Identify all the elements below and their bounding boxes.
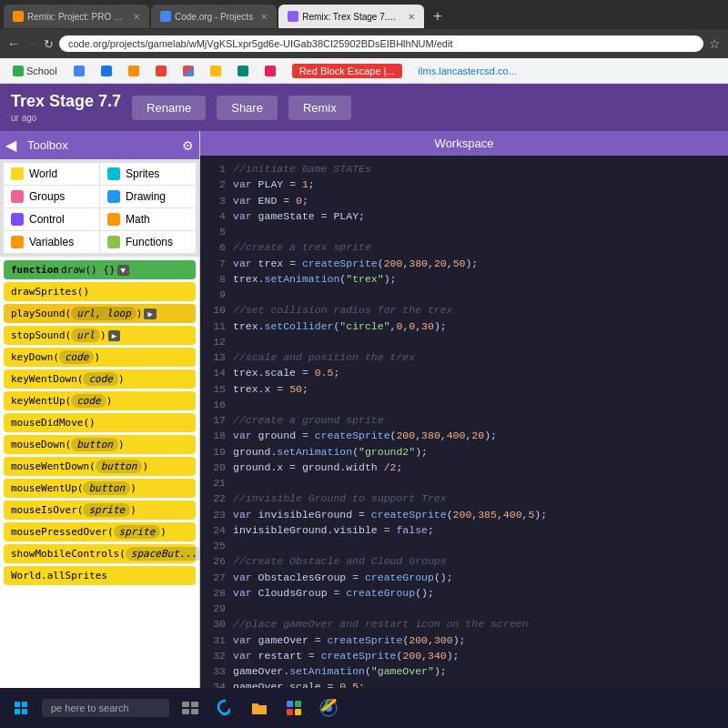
block-stop-sound[interactable]: stopSound(url) ▶ <box>4 326 196 345</box>
world-dot <box>11 167 24 180</box>
code-text-2: var PLAY = 1; <box>233 177 721 192</box>
tab-3[interactable]: Remix: Trex Stage 7.7 - Game Lab ✕ <box>278 5 424 28</box>
block-draw-sprites[interactable]: drawSprites() <box>4 282 196 301</box>
rename-button[interactable]: Rename <box>132 96 206 120</box>
block-function-draw[interactable]: function draw() {} ▼ <box>4 260 196 279</box>
bookmark-9-icon <box>265 66 276 76</box>
taskbar-search-placeholder: pe here to search <box>51 703 129 713</box>
tab-2-close[interactable]: ✕ <box>260 12 268 22</box>
code-line-23: 23 var invisibleGround = createSprite(20… <box>207 507 721 522</box>
block-play-sound[interactable]: playSound(url, loop) ▶ <box>4 304 196 323</box>
remix-button[interactable]: Remix <box>288 96 351 120</box>
bookmark-2[interactable] <box>68 64 90 78</box>
code-text-12 <box>233 334 721 349</box>
line-num-20: 20 <box>207 460 226 475</box>
svg-rect-9 <box>295 701 301 707</box>
share-button[interactable]: Share <box>217 96 278 120</box>
code-line-20: 20 ground.x = ground.width /2; <box>207 460 721 475</box>
category-groups[interactable]: Groups <box>4 186 99 207</box>
task-view-button[interactable] <box>177 694 204 722</box>
svg-rect-1 <box>22 702 27 707</box>
bookmark-5[interactable] <box>150 64 172 78</box>
toolbox-back-button[interactable]: ◀ <box>5 136 16 154</box>
reload-button[interactable]: ↻ <box>44 37 54 51</box>
tab-1[interactable]: Remix: Project: PRO C16 - Game... ✕ <box>4 5 149 28</box>
svg-rect-7 <box>191 709 198 714</box>
edge-browser-icon[interactable] <box>211 694 238 722</box>
block-mouse-went-up[interactable]: mouseWentUp(button) <box>4 479 196 498</box>
bookmark-3[interactable] <box>96 64 117 78</box>
block-collapse-icon[interactable]: ▼ <box>117 265 129 276</box>
block-key-down[interactable]: keyDown(code) <box>4 348 196 367</box>
forward-button[interactable]: → <box>25 36 38 51</box>
bookmark-4-icon <box>128 66 139 76</box>
bookmark-7[interactable] <box>205 64 227 78</box>
code-text-6: //create a trex sprite <box>233 239 721 255</box>
line-num-3: 3 <box>207 193 226 208</box>
back-button[interactable]: ← <box>7 36 20 51</box>
category-functions[interactable]: Functions <box>100 231 196 253</box>
code-text-20: ground.x = ground.width /2; <box>233 460 721 475</box>
block-world-all-sprites-label: World.allSprites <box>11 570 107 581</box>
store-icon[interactable] <box>280 694 308 722</box>
block-show-mobile-label: showMobileControls(spaceBut...) <box>11 548 199 560</box>
bookmark-4[interactable] <box>123 64 145 78</box>
bookmark-9[interactable] <box>259 64 281 78</box>
taskbar-search-box[interactable]: pe here to search <box>42 699 169 717</box>
category-variables[interactable]: Variables <box>4 231 99 253</box>
code-line-3: 3 var END = 0; <box>207 193 721 208</box>
block-mouse-pressed-over-label: mousePressedOver(sprite) <box>11 526 167 538</box>
block-key-went-down[interactable]: keyWentDown(code) <box>4 369 196 389</box>
block-stop-sound-arrow[interactable]: ▶ <box>108 330 120 341</box>
gear-icon[interactable]: ⚙ <box>182 138 194 153</box>
bookmark-star[interactable]: ☆ <box>709 36 721 51</box>
category-sprites[interactable]: Sprites <box>100 163 196 185</box>
tab-2[interactable]: Code.org - Projects ✕ <box>151 5 277 28</box>
block-mouse-went-down[interactable]: mouseWentDown(button) <box>4 457 196 476</box>
block-key-went-up[interactable]: keyWentUp(code) <box>4 391 196 410</box>
category-control[interactable]: Control <box>4 208 99 230</box>
app-subtitle: ur ago <box>11 113 121 123</box>
line-num-22: 22 <box>207 490 226 506</box>
bookmark-school[interactable]: School <box>7 64 63 78</box>
line-num-11: 11 <box>207 318 226 334</box>
category-math[interactable]: Math <box>100 208 196 230</box>
line-num-25: 25 <box>207 538 226 553</box>
code-text-33: gameOver.setAnimation("gameOver"); <box>233 663 721 679</box>
bookmark-6[interactable] <box>177 64 199 78</box>
block-mouse-did-move[interactable]: mouseDidMove() <box>4 413 196 432</box>
code-editor[interactable]: 1 //initiate Game STATEs 2 var PLAY = 1;… <box>200 156 728 699</box>
sprites-dot <box>107 167 120 180</box>
category-drawing[interactable]: Drawing <box>100 186 196 207</box>
bookmark-school-label: School <box>26 66 57 76</box>
category-world[interactable]: World <box>4 163 99 185</box>
block-mouse-went-up-label: mouseWentUp(button) <box>11 482 136 494</box>
svg-rect-0 <box>15 702 20 707</box>
code-text-29 <box>233 601 721 616</box>
variables-dot <box>11 236 24 248</box>
block-show-mobile[interactable]: showMobileControls(spaceBut...) <box>4 544 196 563</box>
bookmark-red-block[interactable]: Red Block Escape |... <box>287 62 408 80</box>
svg-rect-3 <box>22 709 27 714</box>
chrome-icon[interactable] <box>315 694 342 722</box>
tab-1-close[interactable]: ✕ <box>133 12 140 22</box>
bookmark-ilms[interactable]: ilms.lancastercsd.co... <box>413 64 522 78</box>
block-mouse-pressed-over[interactable]: mousePressedOver(sprite) <box>4 522 196 541</box>
block-play-sound-arrow[interactable]: ▶ <box>144 308 156 319</box>
bookmark-8[interactable] <box>232 64 254 78</box>
block-world-all-sprites[interactable]: World.allSprites <box>4 566 196 585</box>
code-text-9 <box>233 287 721 302</box>
code-text-27: var ObstaclesGroup = createGroup(); <box>233 570 721 585</box>
file-explorer-icon[interactable] <box>246 694 273 722</box>
windows-start-button[interactable] <box>7 694 35 722</box>
block-mouse-is-over[interactable]: mouseIsOver(sprite) <box>4 500 196 520</box>
line-num-8: 8 <box>207 271 226 287</box>
tab-3-close[interactable]: ✕ <box>408 12 415 22</box>
address-bar[interactable]: code.org/projects/gamelab/wMjVgKSLxpr5gd… <box>59 35 703 52</box>
code-text-17: //create a ground sprite <box>233 412 721 428</box>
code-line-11: 11 trex.setCollider("circle",0,0,30); <box>207 318 721 334</box>
new-tab-button[interactable]: + <box>426 5 449 28</box>
drawing-dot <box>107 190 120 203</box>
line-num-10: 10 <box>207 302 226 318</box>
block-mouse-down[interactable]: mouseDown(button) <box>4 435 196 454</box>
